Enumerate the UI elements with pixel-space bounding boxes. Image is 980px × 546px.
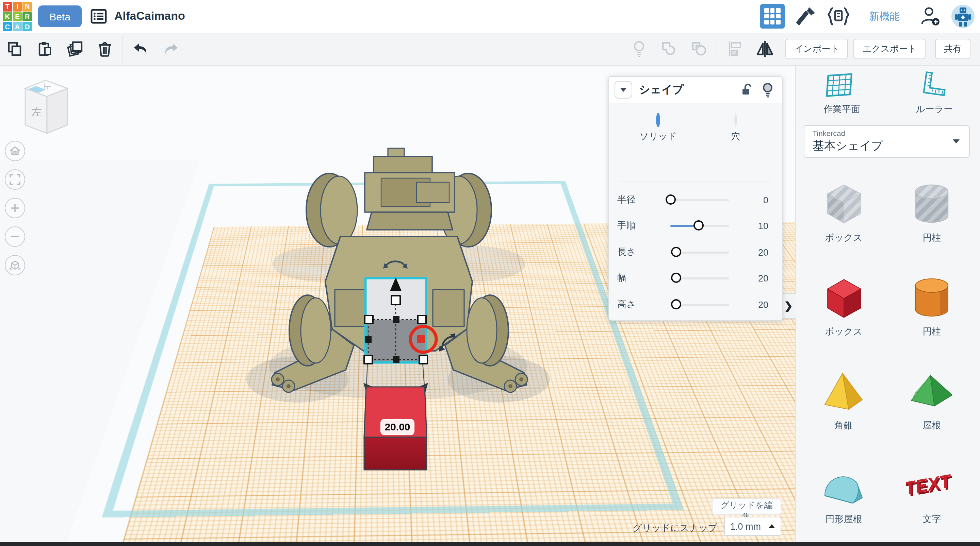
duplicate-button[interactable]: [60, 35, 90, 63]
dimension-value: 20.00: [385, 421, 410, 432]
height-slider[interactable]: [670, 303, 729, 306]
plus-icon: [9, 202, 21, 214]
ungroup-icon: [690, 40, 708, 58]
logo-tile: T: [3, 2, 12, 11]
shape-tile-cylinder[interactable]: 円柱: [888, 259, 976, 352]
edit-toolbar: インポート エクスポート 共有: [0, 33, 980, 66]
home-view-button[interactable]: [5, 141, 25, 161]
design-menu-button[interactable]: [90, 8, 108, 24]
shape-tile-box[interactable]: ボックス: [800, 259, 888, 352]
slider-label: 半径: [617, 194, 661, 206]
copy-button[interactable]: [0, 35, 30, 63]
redo-icon: [162, 41, 180, 57]
lightbulb-icon: [761, 82, 775, 98]
cylinder-hole-icon: [888, 179, 976, 230]
edit-grid-button[interactable]: グリッドを編集: [712, 498, 781, 515]
steps-slider[interactable]: [670, 225, 729, 227]
minecraft-export-button[interactable]: [794, 4, 817, 29]
snap-grid-select[interactable]: 1.0 mm: [724, 517, 781, 536]
hole-swatch: [734, 114, 737, 127]
shape-label: 角錐: [800, 419, 888, 432]
collapse-panel-button[interactable]: [614, 81, 632, 98]
chevron-right-icon: ❯: [784, 300, 792, 312]
mirror-button[interactable]: [750, 35, 780, 63]
beta-button[interactable]: Beta: [38, 5, 82, 27]
width-slider[interactable]: [670, 277, 729, 279]
dimension-field[interactable]: 20.00: [381, 419, 414, 435]
shape-library-select[interactable]: Tinkercad 基本シェイプ: [804, 125, 970, 158]
undo-button[interactable]: [126, 35, 156, 63]
top-bar: T I N K E R C A D Beta AlfaCaimano: [0, 0, 980, 33]
box-hole-icon: [800, 179, 888, 230]
hole-option[interactable]: 穴: [698, 115, 773, 143]
tinkercad-logo[interactable]: T I N K E R C A D: [3, 2, 32, 31]
logo-tile: E: [13, 12, 22, 21]
slider-knob[interactable]: [671, 247, 681, 257]
slider-label: 幅: [617, 272, 661, 284]
red-box-icon: [800, 273, 888, 324]
fit-view-button[interactable]: [5, 169, 25, 190]
export-button[interactable]: エクスポート: [854, 39, 926, 59]
hide-button[interactable]: [757, 79, 778, 100]
shape-tile-round-roof[interactable]: 円形屋根: [800, 446, 888, 540]
align-button[interactable]: [721, 35, 750, 63]
roof-icon: [888, 367, 976, 418]
invite-user-button[interactable]: [919, 4, 942, 29]
slider-row-steps: 手順 10: [617, 219, 768, 233]
length-slider[interactable]: [670, 251, 729, 253]
solid-option[interactable]: ソリッド: [620, 115, 695, 143]
library-brand: Tinkercad: [813, 129, 961, 137]
logo-tile: A: [13, 22, 22, 31]
whats-new-link[interactable]: 新機能: [859, 10, 909, 23]
dashboard-grid-button[interactable]: [760, 4, 785, 29]
ruler-tool[interactable]: ルーラー: [894, 71, 975, 116]
slider-knob[interactable]: [671, 273, 681, 283]
shape-tile-pyramid[interactable]: 角錐: [800, 352, 888, 446]
shape-label: 屋根: [888, 419, 976, 432]
shape-tile-roof[interactable]: 屋根: [888, 352, 976, 446]
zoom-in-button[interactable]: [5, 198, 25, 218]
shape-tile-box-hole[interactable]: ボックス: [800, 165, 888, 259]
workplane-tool[interactable]: 作業平面: [801, 71, 883, 116]
design-title: AlfaCaimano: [115, 10, 185, 23]
bottom-system-bar: [0, 542, 980, 546]
toolbar-separator: [717, 35, 718, 63]
slider-knob[interactable]: [694, 220, 704, 230]
view-cube[interactable]: 上 左: [20, 73, 72, 136]
slider-value: 20: [741, 247, 768, 257]
codeblocks-button[interactable]: [827, 4, 850, 29]
group-button[interactable]: [654, 35, 684, 63]
import-button[interactable]: インポート: [786, 39, 848, 59]
perspective-toggle-button[interactable]: [5, 255, 25, 275]
zoom-out-button[interactable]: [5, 227, 25, 247]
logo-tile: R: [23, 12, 32, 21]
slider-knob[interactable]: [666, 194, 676, 205]
shapes-sidebar: 作業平面 ルーラー Tinkercad 基本シェイプ ボックス: [795, 65, 980, 546]
shape-panel-title: シェイプ: [639, 83, 684, 97]
ungroup-button[interactable]: [684, 35, 714, 63]
shape-tile-text[interactable]: TEXTTEXT 文字: [888, 446, 976, 540]
grid-icon: [764, 8, 769, 13]
undo-icon: [132, 41, 150, 57]
logo-tile: N: [23, 2, 32, 11]
shape-tile-cylinder-hole[interactable]: 円柱: [888, 165, 976, 259]
slider-row-length: 長さ 20: [617, 246, 768, 259]
person-plus-icon: [920, 5, 941, 27]
show-all-button[interactable]: [624, 35, 654, 63]
paste-icon: [37, 41, 53, 57]
slider-value: 20: [741, 300, 768, 310]
redo-button[interactable]: [156, 35, 186, 63]
lock-button[interactable]: [737, 79, 757, 100]
trash-icon: [97, 41, 113, 57]
slider-value: 20: [741, 273, 768, 283]
topbar-right-group: 新機能: [760, 0, 975, 33]
slider-knob[interactable]: [671, 299, 681, 310]
delete-button[interactable]: [90, 35, 120, 63]
slider-label: 長さ: [617, 246, 661, 259]
ruler-label: ルーラー: [894, 103, 975, 116]
paste-button[interactable]: [30, 35, 60, 63]
user-avatar[interactable]: [951, 5, 975, 28]
caret-down-icon: [620, 88, 627, 92]
share-button[interactable]: 共有: [935, 39, 970, 59]
radius-slider[interactable]: [670, 199, 729, 201]
